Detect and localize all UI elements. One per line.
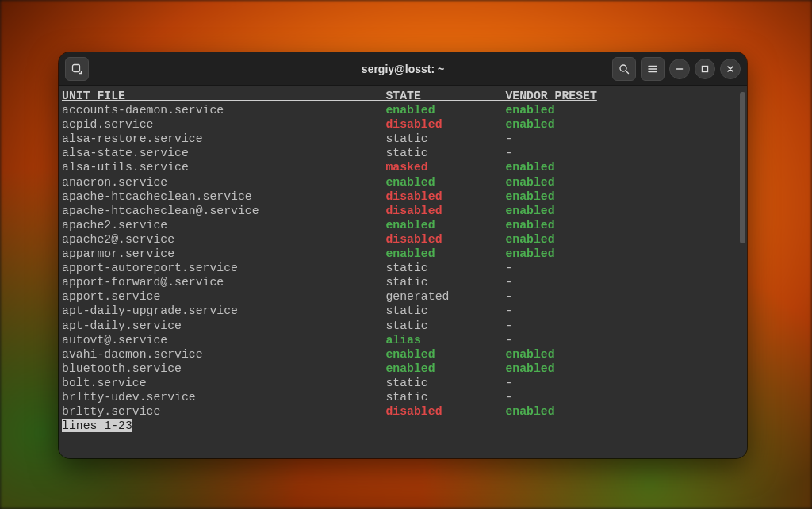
table-row: apparmor.service enabled enabled: [62, 247, 744, 261]
table-row: alsa-state.service static -: [62, 146, 744, 160]
close-button[interactable]: [720, 59, 741, 79]
vendor-preset: -: [505, 262, 512, 274]
state: alias: [385, 334, 420, 346]
unit-file: apport-forward@.service: [62, 276, 385, 289]
state: static: [385, 304, 427, 317]
vendor-preset: -: [505, 147, 512, 159]
svg-line-2: [626, 71, 629, 74]
table-row: apache-htcacheclean@.service disabled en…: [62, 204, 744, 218]
table-row: bluetooth.service enabled enabled: [62, 362, 744, 376]
table-row: apt-daily.service static -: [62, 319, 744, 333]
svg-rect-0: [73, 64, 80, 71]
state: enabled: [385, 104, 435, 117]
unit-file: apt-daily.service: [62, 320, 385, 332]
table-row: brltty-udev.service static -: [62, 390, 744, 404]
state: enabled: [385, 247, 435, 260]
search-icon: [619, 63, 630, 75]
unit-file: anacron.service: [62, 176, 385, 189]
vendor-preset: -: [505, 320, 512, 332]
vendor-preset: enabled: [505, 104, 554, 117]
vendor-preset: -: [505, 290, 512, 303]
table-row: autovt@.service alias -: [62, 333, 744, 347]
unit-file: brltty-udev.service: [62, 391, 385, 404]
state: disabled: [385, 233, 442, 246]
menu-button[interactable]: [641, 57, 665, 81]
state: static: [385, 132, 427, 145]
unit-file: apport.service: [62, 290, 385, 303]
unit-file: apache2.service: [62, 219, 385, 232]
unit-file: apache-htcacheclean.service: [62, 190, 385, 203]
state: enabled: [385, 348, 435, 361]
state: generated: [385, 290, 449, 303]
unit-file: alsa-state.service: [62, 147, 385, 159]
state: static: [385, 377, 427, 389]
state: masked: [385, 161, 427, 174]
hamburger-icon: [647, 63, 658, 75]
vendor-preset: -: [505, 377, 512, 389]
table-row: avahi-daemon.service enabled enabled: [62, 347, 744, 362]
state: static: [385, 262, 427, 274]
vendor-preset: enabled: [505, 362, 554, 375]
unit-file: apache2@.service: [62, 233, 385, 246]
table-row: apache-htcacheclean.service disabled ena…: [62, 189, 744, 204]
maximize-button[interactable]: [695, 59, 715, 79]
table-row: apache2@.service disabled enabled: [62, 232, 744, 247]
unit-file: autovt@.service: [62, 334, 385, 346]
state: static: [385, 147, 427, 159]
unit-file: apache-htcacheclean@.service: [62, 205, 385, 217]
pager-status-line: lines 1-23: [62, 419, 744, 433]
unit-file: accounts-daemon.service: [62, 104, 385, 117]
terminal-viewport[interactable]: UNIT FILE STATE VENDOR PRESETaccounts-da…: [59, 86, 747, 458]
state: static: [385, 276, 427, 289]
scrollbar[interactable]: [740, 92, 745, 452]
unit-file: bolt.service: [62, 377, 385, 389]
vendor-preset: -: [505, 276, 512, 289]
unit-file: apparmor.service: [62, 247, 385, 260]
vendor-preset: enabled: [505, 233, 554, 246]
state: disabled: [385, 405, 442, 418]
vendor-preset: -: [505, 304, 512, 317]
vendor-preset: enabled: [505, 405, 554, 418]
unit-file: acpid.service: [62, 118, 385, 131]
vendor-preset: enabled: [505, 190, 554, 203]
vendor-preset: enabled: [505, 161, 554, 174]
vendor-preset: enabled: [505, 348, 554, 361]
search-button[interactable]: [612, 57, 636, 81]
table-row: acpid.service disabled enabled: [62, 117, 744, 132]
state: disabled: [385, 118, 442, 131]
maximize-icon: [701, 65, 709, 73]
vendor-preset: enabled: [505, 247, 554, 260]
terminal-window: sergiy@losst: ~ UNIT FILE S: [59, 52, 747, 458]
unit-file: apport-autoreport.service: [62, 262, 385, 274]
table-row: apache2.service enabled enabled: [62, 218, 744, 232]
state: static: [385, 391, 427, 404]
table-row: apport-autoreport.service static -: [62, 261, 744, 275]
table-row: brltty.service disabled enabled: [62, 404, 744, 419]
svg-rect-4: [703, 66, 708, 71]
state: enabled: [385, 176, 435, 189]
unit-file: apt-daily-upgrade.service: [62, 304, 385, 317]
scrollbar-thumb[interactable]: [740, 92, 745, 243]
vendor-preset: enabled: [505, 118, 554, 131]
state: enabled: [385, 219, 435, 232]
vendor-preset: -: [505, 391, 512, 404]
table-row: apt-daily-upgrade.service static -: [62, 304, 744, 318]
table-row: apport.service generated -: [62, 289, 744, 304]
table-row: apport-forward@.service static -: [62, 275, 744, 289]
state: enabled: [385, 362, 435, 375]
state: disabled: [385, 205, 442, 217]
new-tab-icon: [71, 63, 82, 75]
table-row: alsa-restore.service static -: [62, 132, 744, 146]
new-tab-button[interactable]: [65, 57, 89, 81]
terminal-output: UNIT FILE STATE VENDOR PRESETaccounts-da…: [62, 89, 744, 433]
minimize-icon: [676, 65, 684, 73]
unit-file: alsa-utils.service: [62, 161, 385, 174]
window-titlebar: sergiy@losst: ~: [59, 52, 747, 86]
minimize-button[interactable]: [669, 59, 690, 79]
table-row: alsa-utils.service masked enabled: [62, 160, 744, 174]
vendor-preset: enabled: [505, 205, 554, 217]
pager-status: lines 1-23: [62, 419, 132, 432]
close-icon: [726, 65, 734, 73]
vendor-preset: -: [505, 132, 512, 145]
vendor-preset: enabled: [505, 176, 554, 189]
